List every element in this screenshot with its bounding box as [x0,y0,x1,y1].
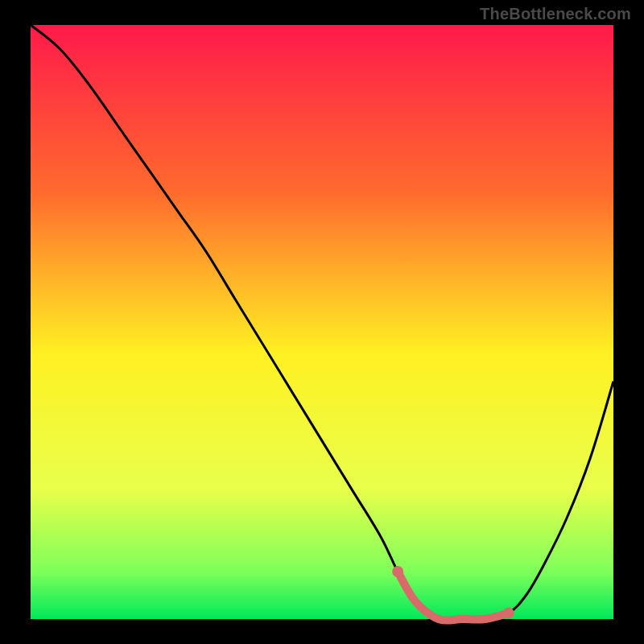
optimal-band-end-dot [503,608,514,619]
plot-svg [0,0,644,644]
chart-stage: TheBottleneck.com [0,0,644,644]
heatmap-panel [31,25,613,619]
optimal-band-start-dot [392,566,403,577]
watermark-label: TheBottleneck.com [480,5,631,23]
